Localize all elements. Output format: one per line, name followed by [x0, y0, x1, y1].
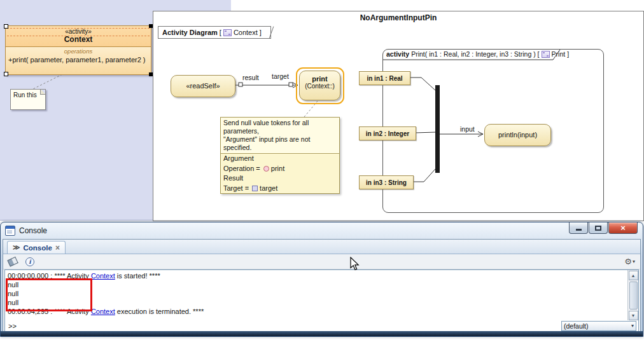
println-action[interactable]: println(input)	[484, 124, 551, 146]
console-output-text: 00:00:00,000 : **** Activity Context is …	[5, 270, 627, 321]
clear-console-icon[interactable]	[7, 256, 18, 266]
print-operation[interactable]: +print( parameter, parameter1, parameter…	[6, 55, 151, 64]
pin-label: in in2 : Integer	[366, 130, 409, 137]
diagram-icon	[542, 51, 550, 58]
dropdown-arrow-icon: ▾	[633, 259, 635, 264]
gear-glyph: ⚙	[624, 257, 632, 266]
console-line-null: null	[8, 289, 625, 298]
console-titlebar[interactable]: Console ×	[1, 222, 643, 238]
console-client: ≫ Console × i ⚙ ▾ 00:00:00,000 : **** Ac…	[3, 239, 641, 332]
vertical-scrollbar[interactable]: ▲ ▼	[627, 270, 638, 321]
run-this-note[interactable]: Run this	[10, 89, 46, 110]
note-row-result: Result	[221, 173, 339, 184]
scrollbar-thumb[interactable]	[629, 282, 638, 309]
maximize-button[interactable]	[589, 222, 608, 234]
print-action-qualifier: (Context::)	[300, 83, 340, 90]
print-action[interactable]: print (Context::)	[299, 71, 340, 100]
note-tooltip: Send null value tokens for all parameter…	[221, 118, 339, 154]
join-node[interactable]	[435, 85, 440, 173]
window-controls: ×	[569, 222, 638, 234]
activity-frame-header: activity Print( in1 : Real, in2 : Intege…	[386, 50, 569, 58]
console-tab-label: Console	[24, 244, 52, 252]
diagram-window: NoArgumentInputPin Activity Diagram [ Co…	[153, 11, 644, 221]
console-mode-dropdown[interactable]: (default) ▾	[561, 321, 636, 331]
note-tooltip-line1: Send null value tokens for all parameter…	[223, 119, 337, 135]
console-tabstrip: ≫ Console ×	[3, 240, 640, 254]
log-text: execution is terminated. ****	[115, 308, 204, 315]
activity-diagram-tab[interactable]: Activity Diagram [ Context ]	[158, 26, 271, 39]
pin-label: in in3 : String	[366, 179, 407, 186]
screenshot: «activity» Context operations +print( pa…	[0, 0, 644, 340]
print-action-name: print	[300, 75, 340, 83]
selection-handle[interactable]	[4, 24, 8, 29]
frame-keyword: activity	[386, 50, 409, 58]
note-tooltip-line2: "Argument" input pins are not specified.	[223, 135, 337, 152]
bracket: ]	[260, 29, 262, 36]
close-icon: ×	[620, 224, 626, 232]
annotation-highlight	[6, 278, 92, 311]
frame-signature: Print( in1 : Real, in2 : Integer, in3 : …	[411, 50, 539, 58]
console-window: Console × ≫ Console × i ⚙	[0, 222, 643, 337]
note-target-value: target	[260, 184, 277, 192]
console-line-null: null	[8, 298, 625, 307]
bracket: ]	[567, 50, 569, 58]
context-class[interactable]: «activity» Context operations +print( pa…	[5, 25, 151, 75]
pin-label: in in1 : Real	[367, 75, 402, 82]
context-link[interactable]: Context	[91, 308, 115, 315]
minimize-button[interactable]	[569, 222, 588, 234]
minimize-icon	[576, 229, 582, 231]
console-input-row[interactable]: >> (default) ▾	[4, 320, 639, 332]
note-argument-label: Argument	[223, 154, 254, 162]
tab-label: Activity Diagram	[162, 29, 218, 36]
window-title: NoArgumentInputPin	[153, 13, 643, 22]
class-name: Context	[6, 35, 151, 44]
maximize-icon	[595, 226, 601, 231]
context-link[interactable]: Context	[91, 272, 115, 280]
scroll-up-icon[interactable]: ▲	[629, 271, 638, 280]
console-toolbar: i ⚙ ▾	[3, 254, 640, 269]
close-button[interactable]: ×	[608, 222, 638, 234]
readself-label: «readSelf»	[186, 82, 220, 90]
diagram-icon	[223, 29, 232, 36]
input-edge-label: input	[460, 125, 475, 133]
input-pin-in3[interactable]: in in3 : String	[359, 175, 414, 189]
specification-note[interactable]: Send null value tokens for all parameter…	[220, 117, 340, 194]
tab-context-ref: Context	[234, 29, 258, 36]
note-row-operation: Operation = print	[221, 164, 339, 174]
operations-compartment-label: operations	[6, 47, 151, 55]
operations-compartment: operations +print( parameter, parameter1…	[6, 46, 151, 74]
input-pin-in1[interactable]: in in1 : Real	[359, 71, 410, 85]
note-row-argument: Argument	[221, 154, 339, 164]
console-prompt: >>	[7, 322, 17, 330]
combo-value: (default)	[564, 322, 589, 330]
target-pin-label: target	[272, 72, 289, 80]
target-pin-icon	[252, 186, 258, 191]
info-icon[interactable]: i	[25, 257, 34, 266]
settings-gear-icon[interactable]: ⚙ ▾	[624, 257, 635, 266]
operation-icon	[263, 166, 269, 172]
console-tab[interactable]: ≫ Console ×	[7, 241, 66, 254]
note-operation-label: Operation =	[223, 165, 262, 172]
dashed-separator	[7, 28, 150, 29]
note-operation-value: print	[271, 165, 284, 172]
console-title: Console	[19, 226, 47, 235]
note-result-label: Result	[223, 174, 243, 182]
input-pin-in2[interactable]: in in2 : Integer	[359, 126, 416, 140]
scroll-down-icon[interactable]: ▼	[629, 311, 638, 320]
result-pin-label: result	[242, 74, 259, 81]
note-row-target: Target = target	[221, 184, 339, 194]
selection-handle[interactable]	[4, 72, 8, 76]
console-output[interactable]: 00:00:00,000 : **** Activity Context is …	[4, 269, 639, 322]
console-line-terminated: 00:00:04,295 : **** Activity Context exe…	[8, 307, 625, 316]
bracket: [	[220, 29, 221, 36]
combo-arrow-icon: ▾	[631, 323, 634, 329]
tab-close-icon[interactable]: ×	[55, 243, 60, 252]
dashed-separator	[7, 36, 150, 36]
log-text: is started! ****	[115, 272, 160, 280]
note-target-label: Target =	[223, 184, 251, 192]
tab-slant	[269, 26, 274, 38]
readself-action[interactable]: «readSelf»	[171, 75, 235, 97]
console-bottom-frame	[1, 331, 643, 336]
console-line-started: 00:00:00,000 : **** Activity Context is …	[8, 271, 625, 280]
note-fold	[40, 90, 45, 95]
